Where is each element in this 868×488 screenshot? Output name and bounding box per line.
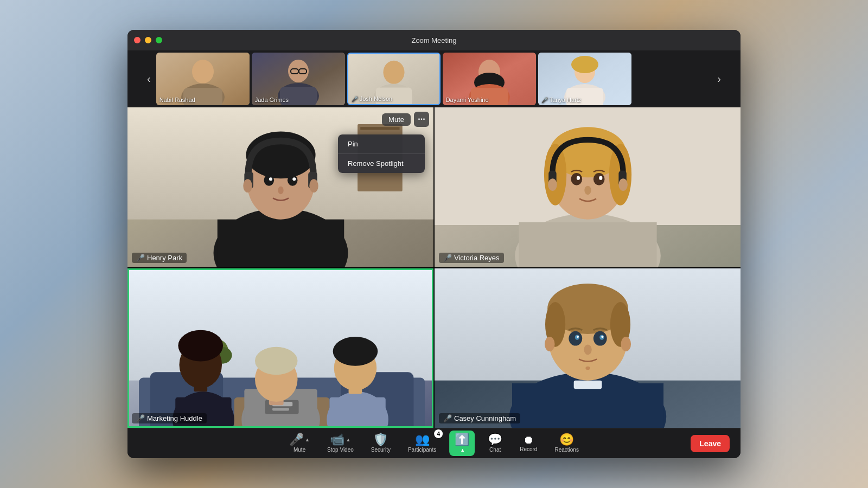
record-label: Record (520, 446, 537, 452)
thumb-josh-name: Josh Nelson (360, 95, 393, 102)
victoria-name-label: 🎤 Victoria Reyes (439, 253, 504, 263)
casey-bg (435, 268, 741, 428)
thumb-nabil-label: Nabil Rashad (159, 97, 195, 103)
record-btn[interactable]: ⏺ Record (515, 432, 541, 454)
svg-point-1 (192, 60, 214, 84)
casey-name: Casey Cunningham (454, 414, 516, 422)
context-menu-remove-spotlight[interactable]: Remove Spotlight (338, 154, 425, 173)
henry-more-btn[interactable]: ··· (414, 112, 429, 127)
cell-victoria[interactable]: 🎤 Victoria Reyes (435, 107, 741, 267)
svg-point-59 (599, 176, 602, 180)
cell-henry[interactable]: Mute ··· Pin Remove Spotlight 🎤 Henry Pa… (127, 107, 433, 267)
svg-point-60 (584, 186, 591, 195)
henry-mute-btn[interactable]: Mute (382, 113, 411, 126)
thumb-tanya-label: 🎤 Tanya Hartz (541, 97, 582, 103)
svg-point-54 (548, 178, 557, 191)
svg-point-55 (618, 178, 628, 191)
thumb-tanya-mic-icon: 🎤 (541, 97, 548, 103)
svg-point-41 (292, 177, 296, 181)
context-menu: Pin Remove Spotlight (338, 134, 425, 173)
thumbnails-container: Nabil Rashad (156, 53, 712, 105)
svg-point-108 (601, 336, 603, 338)
thumb-dayami-name: Dayami Yoshino (446, 97, 489, 103)
svg-point-109 (584, 344, 591, 355)
participants-icon: 👥 (415, 434, 430, 446)
thumb-dayami-label: Dayami Yoshino (446, 97, 489, 103)
thumb-josh[interactable]: 🎤 Josh Nelson (347, 53, 441, 105)
security-icon: 🛡️ (373, 434, 388, 446)
henry-controls: Mute ··· Pin Remove Spotlight (382, 112, 429, 127)
video-btn[interactable]: 📹 ▲ Stop Video (323, 432, 358, 455)
reactions-icon: 😊 (559, 434, 574, 446)
svg-point-58 (577, 176, 580, 180)
victoria-mic-icon: 🎤 (443, 254, 452, 262)
share-icon: ⬆️ (455, 434, 469, 446)
svg-rect-82 (272, 408, 289, 410)
svg-point-38 (264, 175, 275, 186)
thumb-tanya[interactable]: 🎤 Tanya Hartz (538, 53, 631, 105)
henry-mic-icon: 🎤 (136, 254, 145, 262)
svg-point-77 (178, 330, 223, 361)
toolbar: 🎤 ▲ Mute 📹 ▲ Stop Video 🛡️ Security � (127, 428, 741, 458)
henry-bg (127, 107, 433, 267)
cell-casey[interactable]: 🎤 Casey Cunningham (435, 268, 741, 428)
mic-icon: 🎤 (289, 434, 304, 446)
cell-marketing[interactable]: 🎤 Marketing Huddle (127, 268, 433, 428)
marketing-mic-icon: 🎤 (136, 414, 145, 422)
reactions-btn[interactable]: 😊 Reactions (550, 432, 583, 455)
svg-point-37 (309, 179, 318, 192)
svg-point-42 (278, 187, 283, 194)
maximize-button[interactable] (156, 37, 162, 43)
toolbar-right: Leave (691, 435, 730, 452)
svg-point-57 (593, 173, 605, 185)
marketing-name: Marketing Huddle (147, 414, 202, 422)
participants-count: 4 (434, 429, 443, 438)
leave-btn[interactable]: Leave (691, 435, 730, 452)
svg-point-102 (621, 337, 631, 351)
zoom-window: Zoom Meeting ‹ (127, 30, 741, 458)
minimize-button[interactable] (145, 37, 151, 43)
title-bar: Zoom Meeting (127, 30, 741, 50)
video-caret-icon: ▲ (346, 437, 350, 442)
record-icon: ⏺ (523, 434, 534, 445)
casey-name-label: 🎤 Casey Cunningham (439, 413, 520, 423)
thumb-jada[interactable]: Jada Grimes (252, 53, 345, 105)
marketing-bg (127, 268, 433, 428)
thumb-josh-mic-icon: 🎤 (352, 96, 358, 102)
toolbar-center: 🎤 ▲ Mute 📹 ▲ Stop Video 🛡️ Security � (285, 431, 583, 456)
svg-rect-30 (218, 220, 344, 267)
close-button[interactable] (134, 37, 141, 43)
marketing-name-label: 🎤 Marketing Huddle (132, 413, 207, 423)
participants-btn[interactable]: 👥 Participants 4 (404, 432, 441, 455)
reactions-label: Reactions (554, 447, 578, 453)
mic-label: Mute (293, 447, 305, 453)
svg-rect-94 (512, 383, 663, 428)
next-nav[interactable]: › (714, 73, 724, 85)
svg-point-85 (255, 346, 298, 375)
context-menu-pin[interactable]: Pin (338, 134, 425, 153)
mic-btn[interactable]: 🎤 ▲ Mute (285, 432, 314, 455)
thumb-dayami[interactable]: Dayami Yoshino (443, 53, 536, 105)
security-label: Security (371, 447, 391, 453)
main-video-grid: Mute ··· Pin Remove Spotlight 🎤 Henry Pa… (127, 107, 741, 428)
thumb-nabil-name: Nabil Rashad (159, 97, 195, 103)
casey-mic-icon: 🎤 (443, 414, 452, 422)
svg-rect-28 (360, 127, 399, 130)
svg-rect-95 (574, 380, 602, 389)
participants-label: Participants (408, 447, 436, 453)
window-title: Zoom Meeting (411, 36, 456, 44)
svg-rect-46 (519, 222, 656, 267)
svg-point-110 (585, 366, 590, 369)
share-btn[interactable]: ⬆️ ▲ (449, 431, 475, 456)
chat-btn[interactable]: 💬 Chat (483, 432, 507, 455)
chat-icon: 💬 (488, 434, 502, 446)
thumb-jada-name: Jada Grimes (255, 97, 289, 103)
prev-nav[interactable]: ‹ (144, 73, 154, 85)
mic-caret-icon: ▲ (305, 437, 310, 442)
thumb-josh-label: 🎤 Josh Nelson (352, 95, 393, 102)
security-btn[interactable]: 🛡️ Security (367, 432, 395, 455)
video-label: Stop Video (327, 447, 354, 453)
thumb-jada-label: Jada Grimes (255, 97, 289, 103)
thumb-nabil[interactable]: Nabil Rashad (156, 53, 250, 105)
henry-name: Henry Park (147, 254, 182, 262)
